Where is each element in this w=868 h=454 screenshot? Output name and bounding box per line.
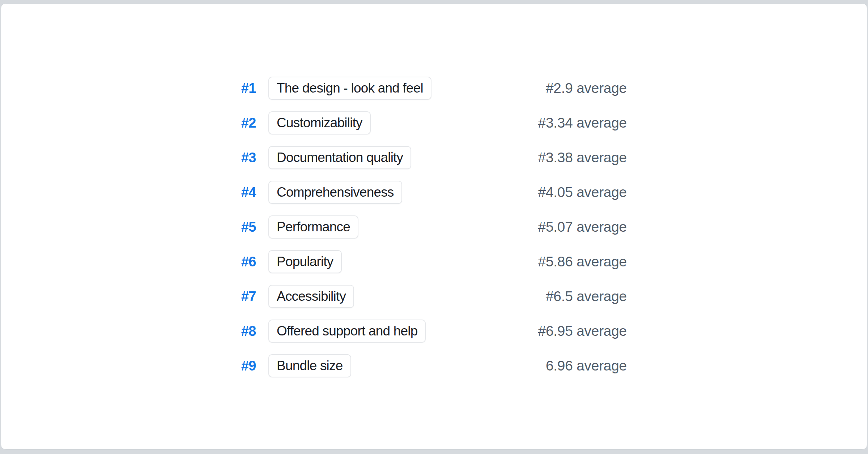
average-score: #3.34 average [371, 115, 627, 131]
rank-number: #4 [217, 185, 256, 200]
option-label: Popularity [277, 254, 333, 269]
average-score: 6.96 average [351, 358, 627, 374]
ranking-row: #8 Offered support and help #6.95 averag… [217, 314, 627, 348]
ranking-row: #1 The design - look and feel #2.9 avera… [217, 71, 627, 106]
rank-number: #9 [217, 358, 256, 374]
option-label: Documentation quality [277, 150, 403, 165]
option-chip: Bundle size [268, 354, 351, 377]
average-score: #5.07 average [358, 219, 627, 235]
rank-number: #5 [217, 219, 256, 235]
page-background: #1 The design - look and feel #2.9 avera… [0, 0, 868, 454]
option-chip: Comprehensiveness [268, 181, 402, 204]
rank-number: #3 [217, 150, 256, 166]
ranking-row: #4 Comprehensiveness #4.05 average [217, 175, 627, 210]
option-chip: Documentation quality [268, 146, 411, 169]
ranking-row: #5 Performance #5.07 average [217, 210, 627, 244]
option-label: Performance [277, 219, 350, 235]
option-chip: Customizability [268, 111, 371, 134]
ranking-list: #1 The design - look and feel #2.9 avera… [217, 71, 627, 383]
option-label: Accessibility [277, 289, 346, 304]
option-chip: Accessibility [268, 285, 354, 308]
average-score: #6.95 average [426, 323, 627, 339]
option-label: Bundle size [277, 358, 343, 373]
option-chip: Popularity [268, 250, 342, 273]
ranking-row: #9 Bundle size 6.96 average [217, 348, 627, 383]
rank-number: #6 [217, 254, 256, 270]
ranking-row: #7 Accessibility #6.5 average [217, 279, 627, 314]
average-score: #5.86 average [342, 254, 627, 270]
results-card: #1 The design - look and feel #2.9 avera… [1, 3, 867, 450]
average-score: #3.38 average [411, 150, 627, 166]
option-label: Offered support and help [277, 324, 417, 339]
rank-number: #8 [217, 324, 256, 339]
option-chip: Performance [268, 215, 358, 239]
average-score: #2.9 average [431, 80, 627, 96]
average-score: #6.5 average [354, 288, 627, 304]
rank-number: #7 [217, 289, 256, 304]
rank-number: #2 [217, 115, 256, 131]
option-label: Customizability [277, 115, 362, 130]
option-label: Comprehensiveness [277, 185, 394, 200]
option-chip: The design - look and feel [268, 77, 431, 100]
option-label: The design - look and feel [277, 81, 423, 96]
ranking-row: #6 Popularity #5.86 average [217, 244, 627, 279]
option-chip: Offered support and help [268, 320, 426, 343]
ranking-row: #2 Customizability #3.34 average [217, 106, 627, 140]
rank-number: #1 [217, 81, 256, 96]
ranking-row: #3 Documentation quality #3.38 average [217, 140, 627, 175]
average-score: #4.05 average [402, 184, 627, 200]
